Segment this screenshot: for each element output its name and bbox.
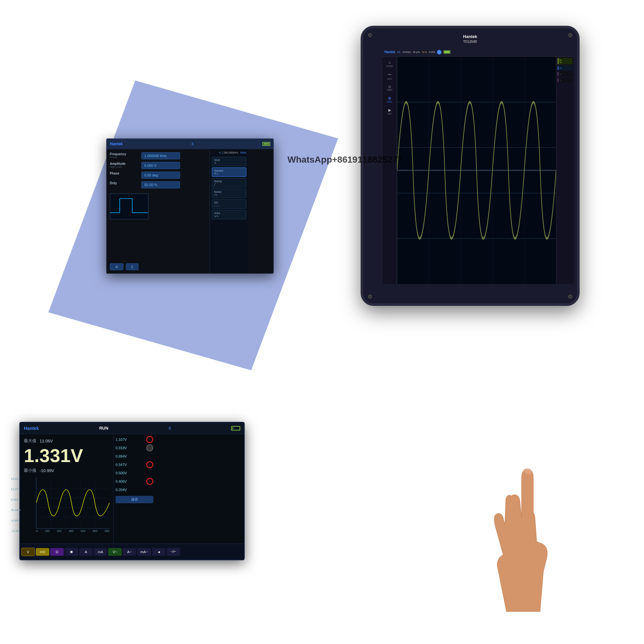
wave-sine-btn[interactable]: Sine ∿ [212,157,246,166]
y-label-0: 16.6V [11,477,21,480]
duty-value[interactable]: 50.00 % [141,181,180,188]
chart-y-axis: 16.6V 11.1V 5.55V 35.0mV -5.48V -11.0V [11,477,21,533]
osc-main-area: ⌂ HOME 〜 OSC ⊡ DMM ⊕ AFG [383,57,574,284]
circle-3 [146,461,153,468]
tablet-brand: Hantek TO1254D [463,34,477,44]
afg-start-btn[interactable]: st [110,263,123,270]
min-label: 最小值 [24,468,36,473]
wave-dc-btn[interactable]: DC —— [212,199,246,209]
hand-graphic [467,451,580,612]
next-btn[interactable]: Next [240,151,246,154]
x-label-5: 800 [93,529,98,533]
save-btn-container: 保存 [116,496,153,503]
frequency-label: Frequency [110,152,139,156]
screw-tr [568,33,572,37]
frequency-sublabel: Preset [110,156,139,159]
min-value: -10.99V [40,468,54,473]
dmm-btn-diode[interactable]: ◉ [65,548,78,556]
dmm-main-value: 1.331V [24,446,109,465]
amplitude-label: Amplitude [110,162,139,166]
dmm-btn-aac[interactable]: A~ [123,548,136,556]
max-value: 11.06V [40,439,53,443]
dmm-btn-mv[interactable]: mV [36,548,49,556]
phase-row: Phase 0.00 deg [110,172,206,179]
meas-row-4: 0.500V [116,469,153,477]
dmm-btn-ohm[interactable]: Ω [50,548,64,556]
wave-square-btn[interactable]: Square ⊓— [212,167,246,177]
x-label-4: 640 [81,529,86,533]
dmm-btn-vac[interactable]: V~ [108,548,122,556]
square-wave-svg [110,194,148,219]
afg-brand: Hantek [110,142,123,146]
wave-arb1-btn[interactable]: Arb1 ∿∿ [212,210,246,219]
dmm-btn-maac[interactable]: mA~ [137,548,151,556]
sidebar-home[interactable]: ⌂ HOME [385,59,394,69]
x-label-0: 0 [36,529,38,533]
duty-row: Duty 50.00 % [110,181,206,188]
wave-noise-btn[interactable]: Noise ⌇∿ [212,189,246,198]
meas-row-0: 1.107V [116,436,153,443]
tablet-device: Hantek TO1254D Hantek 1D 1GSa/s 4k pts ∿… [361,26,580,306]
frequency-value[interactable]: 1.000000 KHz [141,152,180,159]
amplitude-label-group: Amplitude High Level [110,162,139,168]
afg-action-btns: st || [110,263,206,270]
dmm-btn-a[interactable]: A [79,548,93,556]
dmm-btn-ma[interactable]: mA [94,548,107,556]
wave-ramp-btn[interactable]: Ramp ╱ [212,178,246,187]
y-label-1: 11.1V [11,488,21,491]
spacer-4 [146,469,153,477]
sidebar-osc[interactable]: 〜 OSC [386,71,393,81]
x-label-1: 160 [45,529,50,533]
dmm-panel: Hantek RUN 8 最大值 11.06V 1.331V 最小值 -10.9… [19,422,245,560]
square-wave-preview [110,194,148,219]
circle-5 [146,478,153,485]
frequency-label-group: Frequency Preset [110,152,139,159]
meas-val-4: 0.500V [116,471,127,475]
afg-topbar: Hantek 8 [107,139,273,149]
ch1-panel: 6c 1v [558,58,573,64]
meas-row-5: 0.406V [116,478,153,485]
afg-battery [262,142,270,146]
afg-params: Frequency Preset 1.000000 KHz Amplitude … [107,149,210,273]
dmm-topbar: Hantek RUN 8 [20,422,244,434]
osc-grid [397,57,556,284]
x-label-2: 320 [57,529,62,533]
osc-topbar: Hantek 1D 1GSa/s 4k pts ∿∿ 0.00s [383,48,574,57]
hand-svg [467,451,580,612]
tablet-model: TO1254D [463,40,477,43]
save-button[interactable]: 保存 [116,496,153,503]
afg-indicator: 8 [192,142,194,146]
afg-header-right: ∿ | 260.869mV Next [212,151,246,154]
dmm-btn-back[interactable]: ◄ [152,548,166,556]
amplitude-sublabel: High Level [110,166,139,168]
meas-val-5: 0.406V [116,479,127,483]
afg-pause-btn[interactable]: || [126,263,138,270]
meas-val-0: 1.107V [116,438,127,441]
osc-mode: 1D [397,51,400,53]
osc-sample: 1GSa/s [403,51,411,53]
duty-label-group: Duty [110,181,139,185]
phase-label-group: Phase [110,172,139,175]
osc-sidebar: ⌂ HOME 〜 OSC ⊡ DMM ⊕ AFG [383,57,397,284]
phase-value[interactable]: 0.00 deg [141,172,180,179]
meas-val-2: 0.694V [116,454,127,458]
sidebar-hr[interactable]: ▶ H/R [387,107,393,116]
sidebar-dmm[interactable]: ⊡ DMM [386,84,393,92]
sidebar-afg[interactable]: ⊕ AFG [386,95,393,104]
dmm-chart-container: 16.6V 11.1V 5.55V 35.0mV -5.48V -11.0V [24,477,109,533]
dmm-toolbar: V mV Ω ◉ A mA V~ A~ mA~ ◄ ⊣⊢ [20,544,244,560]
screw-br [568,295,572,298]
osc-memory: 4k pts [413,51,420,53]
afg-content: Frequency Preset 1.000000 KHz Amplitude … [107,149,273,273]
dmm-max-row: 最大值 11.06V [24,438,109,444]
screw-tl [368,33,372,37]
afg-right-panel: ∿ | 260.869mV Next Sine ∿ Square ⊓— Ramp… [210,149,248,273]
afg-wave-section [110,194,206,219]
dmm-btn-rel[interactable]: ⊣⊢ [166,548,180,556]
dmm-status: RUN [99,426,108,431]
dmm-btn-v[interactable]: V [21,548,35,556]
osc-right-sidebar: 6c 1v 2v ∿ ∿ [556,57,574,284]
amplitude-value[interactable]: 6.000 V [141,162,180,169]
spacer-2 [146,453,153,460]
ch3-panel: ∿ [558,72,573,76]
